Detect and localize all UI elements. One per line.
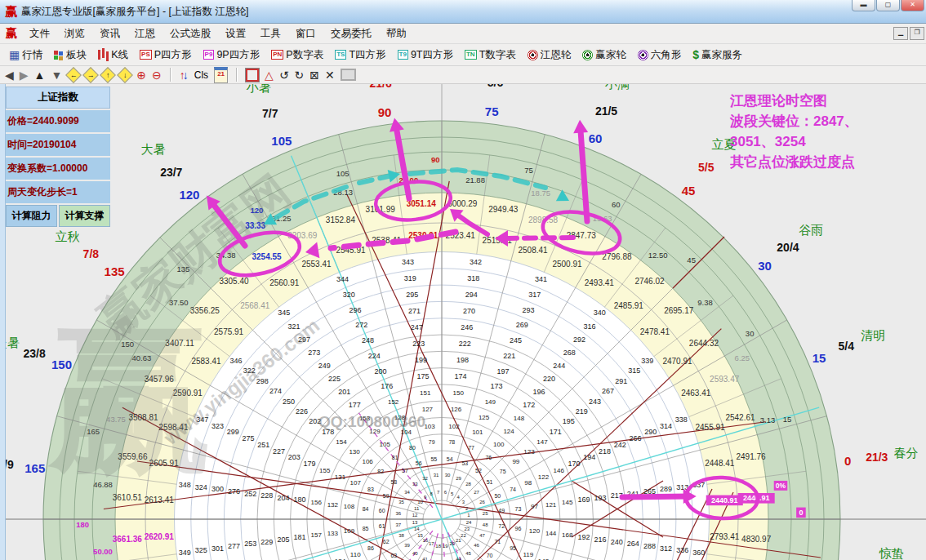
svg-text:180: 180 <box>294 496 306 504</box>
menu-item-4[interactable]: 公式选股 <box>162 24 218 43</box>
svg-text:15: 15 <box>417 533 423 538</box>
toolbar-button-K线[interactable]: K线 <box>92 47 134 64</box>
calc-resistance-button[interactable]: 计算阻力 <box>6 205 57 227</box>
svg-text:122: 122 <box>538 473 550 481</box>
svg-text:341: 341 <box>535 275 547 283</box>
toolbar-button-行情[interactable]: ▦行情 <box>3 47 48 64</box>
svg-text:314: 314 <box>660 422 672 430</box>
svg-text:205: 205 <box>277 536 289 544</box>
svg-text:292: 292 <box>573 336 585 344</box>
toolbar-label: P数字表 <box>286 48 323 62</box>
svg-text:59: 59 <box>383 493 390 499</box>
toolbar-button-P四方形[interactable]: PSP四方形 <box>134 47 198 64</box>
menu-item-7[interactable]: 窗口 <box>288 24 323 43</box>
svg-text:18.75: 18.75 <box>531 189 550 198</box>
close-button[interactable]: ✕ <box>901 0 924 11</box>
menu-item-3[interactable]: 江恩 <box>127 24 162 43</box>
step-row: 周天变化步长=1 <box>6 181 110 203</box>
menu-item-9[interactable]: 帮助 <box>379 24 414 43</box>
mdi-minimize-button[interactable]: ▁ <box>893 27 908 40</box>
svg-text:102: 102 <box>448 423 460 430</box>
toolbar-button-9P四方形[interactable]: P99P四方形 <box>198 47 266 64</box>
toolbar-button-六角形[interactable]: 六角形 <box>632 47 688 64</box>
svg-text:2613.41: 2613.41 <box>145 496 175 504</box>
svg-text:229: 229 <box>260 538 273 546</box>
toolbar-button-T数字表[interactable]: TNT数字表 <box>459 47 522 64</box>
rotate-right-icon[interactable]: ↻ <box>295 69 305 82</box>
menu-item-0[interactable]: 文件 <box>22 24 57 43</box>
menu-item-1[interactable]: 浏览 <box>57 24 92 43</box>
svg-text:2746.02: 2746.02 <box>634 277 665 286</box>
stock-name: 上证指数 <box>6 87 110 109</box>
svg-text:266: 266 <box>630 434 642 442</box>
mdi-restore-button[interactable]: ❐ <box>910 27 924 40</box>
svg-text:220: 220 <box>543 375 555 383</box>
svg-text:2620.91: 2620.91 <box>145 532 175 541</box>
板块-icon <box>54 51 58 55</box>
svg-text:47: 47 <box>479 533 485 538</box>
svg-text:21: 21 <box>456 538 461 543</box>
svg-text:35: 35 <box>398 500 404 504</box>
zoom-out-icon[interactable]: ⊖ <box>152 69 162 82</box>
menu-item-2[interactable]: 资讯 <box>92 24 127 43</box>
screen-icon[interactable] <box>341 69 356 81</box>
shrink-icon[interactable]: ✕ <box>325 69 335 82</box>
toolbar-button-板块[interactable]: 板块 <box>48 47 92 64</box>
svg-text:152: 152 <box>388 398 399 406</box>
rect-icon[interactable] <box>246 69 259 82</box>
toolbar-button-江恩轮[interactable]: 江恩轮 <box>522 47 577 64</box>
svg-text:192: 192 <box>577 533 590 541</box>
toolbar-button-赢家服务[interactable]: $赢家服务 <box>687 47 748 64</box>
box-x-icon[interactable]: ⊠ <box>309 69 319 82</box>
toolbar-button-9T四方形[interactable]: T99T四方形 <box>392 47 459 64</box>
calc-support-button[interactable]: 计算支撑 <box>59 205 110 227</box>
triangle-icon[interactable]: △ <box>265 69 274 82</box>
forward-icon[interactable]: ▶ <box>20 69 29 82</box>
menu-item-8[interactable]: 交易委托 <box>323 24 379 43</box>
dia-down-icon[interactable]: ↓ <box>117 67 133 83</box>
menu-item-6[interactable]: 工具 <box>253 24 288 43</box>
dia-right-icon[interactable]: → <box>82 67 99 83</box>
updown-icon[interactable]: ↑↓ <box>180 69 189 82</box>
down-icon[interactable]: ▼ <box>51 69 62 82</box>
dia-up-icon[interactable]: ↑ <box>100 67 116 83</box>
P数字表-icon: PN <box>271 50 283 60</box>
svg-text:223: 223 <box>412 340 425 348</box>
svg-text:3051.14: 3051.14 <box>407 199 437 208</box>
menu-item-5[interactable]: 设置 <box>218 24 253 43</box>
toolbar-separator <box>170 68 171 82</box>
dia-left-icon[interactable]: ← <box>65 67 82 83</box>
cls-icon[interactable]: Cls <box>194 69 208 81</box>
svg-text:225: 225 <box>328 375 341 383</box>
svg-text:135: 135 <box>105 264 125 278</box>
svg-text:204: 204 <box>277 494 289 502</box>
up-icon[interactable]: ▲ <box>34 69 46 82</box>
window-controls: ▬ ▢ ✕ <box>852 0 924 11</box>
svg-text:39: 39 <box>404 543 410 548</box>
calendar-icon[interactable]: 21 <box>214 67 228 83</box>
svg-text:300: 300 <box>211 485 224 493</box>
svg-text:147: 147 <box>536 438 548 446</box>
toolbar-button-P数字表[interactable]: PNP数字表 <box>265 47 329 64</box>
svg-text:168: 168 <box>562 531 573 539</box>
svg-text:2553.41: 2553.41 <box>301 260 332 269</box>
svg-text:196: 196 <box>533 388 545 396</box>
svg-text:312: 312 <box>660 544 672 553</box>
rotate-left-icon[interactable]: ↺ <box>279 69 289 82</box>
svg-text:3000.29: 3000.29 <box>447 199 478 208</box>
svg-text:48: 48 <box>483 522 488 527</box>
svg-text:219: 219 <box>576 407 588 416</box>
svg-text:325: 325 <box>195 546 207 554</box>
svg-text:58: 58 <box>390 479 397 485</box>
zoom-in-icon[interactable]: ⊕ <box>136 69 146 82</box>
svg-text:90: 90 <box>431 155 440 164</box>
svg-text:110: 110 <box>350 551 361 558</box>
minimize-button[interactable]: ▬ <box>852 0 875 11</box>
maximize-button[interactable]: ▢ <box>876 0 900 11</box>
back-icon[interactable]: ◀ <box>5 69 14 82</box>
toolbar-button-T四方形[interactable]: TST四方形 <box>329 47 391 64</box>
titlebar: 赢 赢家江恩专业版[赢家服务平台] - [上证指数 江恩轮] ▬ ▢ ✕ <box>0 0 926 24</box>
toolbar-button-赢家轮[interactable]: 赢家轮 <box>577 47 632 64</box>
svg-text:30: 30 <box>758 259 772 273</box>
svg-text:336: 336 <box>676 546 688 554</box>
